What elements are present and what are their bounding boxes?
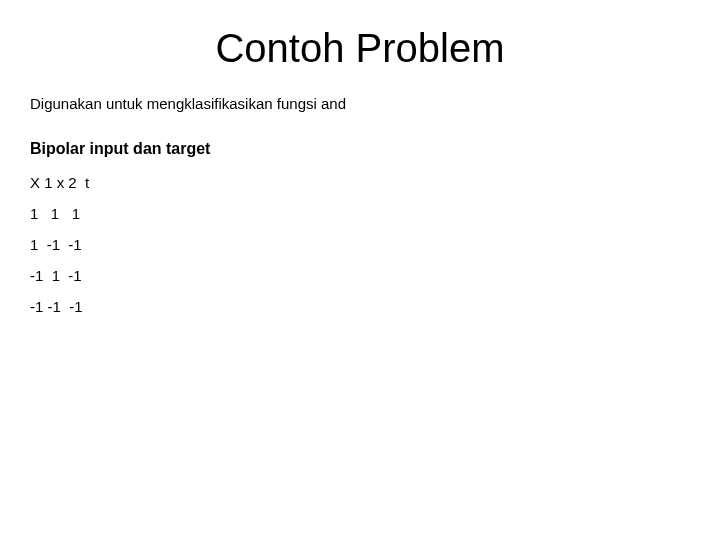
table-header-row: X 1 x 2 t [30, 174, 690, 191]
table-row: 1 1 1 [30, 205, 690, 222]
table-row: -1 1 -1 [30, 267, 690, 284]
section-heading: Bipolar input dan target [30, 140, 690, 158]
table-row: 1 -1 -1 [30, 236, 690, 253]
slide: Contoh Problem Digunakan untuk mengklasi… [0, 0, 720, 540]
table-row: -1 -1 -1 [30, 298, 690, 315]
subtitle-text: Digunakan untuk mengklasifikasikan fungs… [30, 95, 690, 112]
page-title: Contoh Problem [30, 26, 690, 71]
